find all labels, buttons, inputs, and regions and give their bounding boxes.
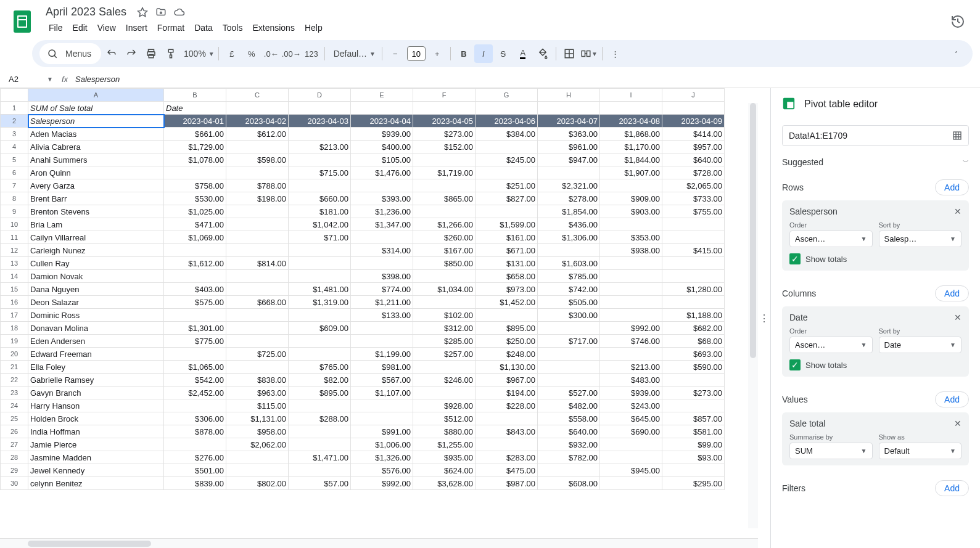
cell[interactable]	[413, 361, 476, 374]
vertical-scrollbar[interactable]	[748, 103, 758, 528]
cell[interactable]: $1,868.00	[600, 128, 662, 141]
cell[interactable]: $257.00	[413, 348, 476, 361]
search-menus[interactable]: Menus	[39, 43, 101, 64]
cell[interactable]: $512.00	[413, 412, 476, 425]
cell[interactable]: $198.00	[226, 192, 289, 205]
cell[interactable]: Harry Hanson	[28, 399, 164, 412]
cell[interactable]	[600, 309, 662, 322]
cell[interactable]	[413, 205, 476, 218]
range-input[interactable]: Data!A1:E1709	[782, 125, 969, 146]
cell[interactable]	[662, 374, 725, 386]
cell[interactable]: $1,854.00	[538, 205, 600, 218]
cell[interactable]: $1,170.00	[600, 141, 662, 153]
cell[interactable]: Dominic Ross	[28, 309, 164, 322]
cell[interactable]	[662, 399, 725, 412]
cell[interactable]: $99.00	[662, 438, 725, 451]
cell[interactable]: $765.00	[289, 361, 351, 374]
menu-format[interactable]: Format	[153, 20, 189, 35]
cell[interactable]	[226, 141, 289, 153]
cell[interactable]: 2023-04-02	[226, 115, 289, 128]
cell[interactable]: $1,306.00	[538, 231, 600, 244]
cell[interactable]	[289, 128, 351, 141]
row-sort-select[interactable]: Salesp…▼	[879, 231, 962, 247]
cell[interactable]: $363.00	[538, 128, 600, 141]
cell[interactable]: $398.00	[351, 270, 413, 283]
cell[interactable]: $838.00	[226, 374, 289, 386]
row-header[interactable]: 2	[1, 115, 28, 128]
cell[interactable]	[289, 464, 351, 477]
cell[interactable]: $483.00	[600, 374, 662, 386]
cell[interactable]: 2023-04-03	[289, 115, 351, 128]
cell[interactable]: Gabrielle Ramsey	[28, 374, 164, 386]
row-header[interactable]: 22	[1, 374, 28, 386]
print-icon[interactable]	[142, 44, 160, 63]
cell[interactable]: $839.00	[164, 477, 226, 490]
cell[interactable]: $482.00	[538, 399, 600, 412]
cell[interactable]: $987.00	[476, 477, 538, 490]
cell[interactable]	[662, 296, 725, 309]
cell[interactable]: $1,729.00	[164, 141, 226, 153]
strikethrough-icon[interactable]: S	[494, 44, 513, 63]
cell[interactable]: $690.00	[600, 425, 662, 438]
row-header[interactable]: 25	[1, 412, 28, 425]
cell[interactable]: $393.00	[351, 192, 413, 205]
redo-icon[interactable]	[122, 44, 141, 63]
cell[interactable]: $131.00	[476, 257, 538, 270]
italic-icon[interactable]: I	[474, 44, 493, 63]
increase-decimal-icon[interactable]: .00→	[282, 44, 301, 63]
cell[interactable]: $2,062.00	[226, 438, 289, 451]
cell[interactable]: $312.00	[413, 322, 476, 335]
cell[interactable]: $542.00	[164, 374, 226, 386]
cell[interactable]	[413, 386, 476, 399]
cell[interactable]: $1,301.00	[164, 322, 226, 335]
cell[interactable]: $850.00	[413, 257, 476, 270]
cell[interactable]	[226, 335, 289, 348]
col-header-I[interactable]: I	[600, 89, 662, 102]
col-order-select[interactable]: Ascen…▼	[789, 337, 873, 353]
cell[interactable]: $530.00	[164, 192, 226, 205]
cell[interactable]: $598.00	[226, 153, 289, 166]
cell[interactable]	[476, 205, 538, 218]
cell[interactable]: $167.00	[413, 244, 476, 257]
cell[interactable]: Jasmine Madden	[28, 451, 164, 464]
cell[interactable]: $1,844.00	[600, 153, 662, 166]
cell[interactable]: $2,321.00	[538, 179, 600, 192]
row-header[interactable]: 14	[1, 270, 28, 283]
cell[interactable]: Anahi Summers	[28, 153, 164, 166]
merge-cells-icon[interactable]: ▼	[580, 44, 598, 63]
cell[interactable]	[226, 244, 289, 257]
cell[interactable]: $1,130.00	[476, 361, 538, 374]
cell[interactable]: $415.00	[662, 244, 725, 257]
cell[interactable]	[600, 102, 662, 115]
cell[interactable]: $1,603.00	[538, 257, 600, 270]
cell[interactable]	[600, 270, 662, 283]
cell[interactable]	[351, 179, 413, 192]
cell[interactable]	[538, 166, 600, 179]
cell[interactable]	[413, 102, 476, 115]
cell[interactable]: $251.00	[476, 179, 538, 192]
row-header[interactable]: 17	[1, 309, 28, 322]
cell[interactable]: $181.00	[289, 205, 351, 218]
row-header[interactable]: 15	[1, 283, 28, 296]
cell[interactable]	[476, 166, 538, 179]
cell[interactable]: Donavan Molina	[28, 322, 164, 335]
cell[interactable]: $285.00	[413, 335, 476, 348]
summarise-select[interactable]: SUM▼	[789, 443, 873, 459]
cell[interactable]: $71.00	[289, 231, 351, 244]
cell[interactable]	[538, 244, 600, 257]
col-header-H[interactable]: H	[538, 89, 600, 102]
cell[interactable]: Jewel Kennedy	[28, 464, 164, 477]
cell-selected[interactable]: Salesperson	[28, 115, 164, 128]
cell[interactable]	[600, 451, 662, 464]
fontsize-decrease[interactable]: −	[386, 44, 405, 63]
col-header-B[interactable]: B	[164, 89, 226, 102]
cell[interactable]: $909.00	[600, 192, 662, 205]
cell[interactable]: $715.00	[289, 166, 351, 179]
cell[interactable]	[289, 399, 351, 412]
cell[interactable]: $693.00	[662, 348, 725, 361]
cell[interactable]: $788.00	[226, 179, 289, 192]
cell[interactable]: $300.00	[538, 309, 600, 322]
undo-icon[interactable]	[102, 44, 121, 63]
cell[interactable]: $273.00	[662, 386, 725, 399]
cell[interactable]: 2023-04-06	[476, 115, 538, 128]
